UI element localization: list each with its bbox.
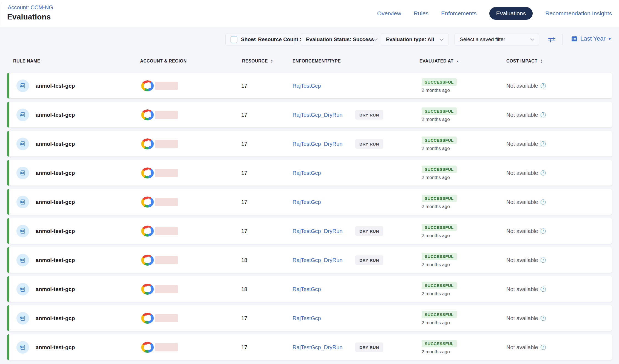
info-icon[interactable]: i (541, 112, 546, 117)
cost-impact-cell: Not available i (506, 112, 546, 118)
gcp-cloud-icon (141, 109, 154, 120)
saved-filter-dropdown[interactable]: Select a saved filter (455, 33, 539, 46)
page-title: Evaluations (7, 13, 51, 21)
account-id-redacted-block (155, 343, 178, 351)
tab-evaluations[interactable]: Evaluations (489, 7, 533, 20)
cost-impact-cell: Not available i (506, 170, 546, 176)
account-breadcrumb-link[interactable]: Account: CCM-NG (8, 4, 53, 11)
date-range-selector[interactable]: Last Year ▾ (571, 35, 611, 42)
resource-count: 17 (241, 344, 247, 350)
account-id-redacted-block (155, 314, 178, 322)
column-enforcement-type: ENFORCEMENT/TYPE (293, 59, 343, 64)
info-icon[interactable]: i (541, 345, 546, 350)
account-id-redacted-block (155, 227, 178, 235)
enforcement-link[interactable]: RajTestGcp (293, 170, 321, 176)
info-icon[interactable]: i (541, 315, 546, 321)
info-icon[interactable]: i (541, 228, 546, 234)
page-header: Account: CCM-NG Evaluations Overview Rul… (0, 0, 619, 27)
column-account-region: ACCOUNT & REGION (140, 59, 189, 64)
row-success-status-bar (7, 334, 9, 360)
rule-name: anmol-test-gcp (36, 315, 75, 321)
cost-impact-value: Not available (506, 199, 538, 205)
dry-run-badge: DRY RUN (355, 139, 383, 149)
rule-icon (16, 225, 29, 237)
info-icon[interactable]: i (541, 170, 546, 175)
info-icon[interactable]: i (541, 199, 546, 204)
evaluation-type-dropdown[interactable]: Evaluation type: All (381, 33, 449, 46)
tab-rules[interactable]: Rules (414, 10, 428, 17)
table-row[interactable]: anmol-test-gcp 17 RajTestGcp_DryRun DRY … (7, 102, 612, 127)
table-row[interactable]: anmol-test-gcp 18 RajTestGcp_DryRun DRY … (7, 247, 612, 273)
enforcement-link[interactable]: RajTestGcp (293, 315, 321, 321)
cost-impact-cell: Not available i (506, 141, 546, 147)
rule-name: anmol-test-gcp (36, 257, 75, 263)
enforcement-link[interactable]: RajTestGcp (293, 199, 321, 205)
sort-asc-icon: ▲ (456, 60, 459, 62)
table-row[interactable]: anmol-test-gcp 17 RajTestGcp SUCCESSFUL … (7, 160, 612, 186)
table-header: RULE NAME ACCOUNT & REGION RESOURCE▲▼ EN… (0, 59, 619, 69)
evaluated-at-cell: SUCCESSFUL 2 months ago (422, 224, 457, 238)
enforcement-link[interactable]: RajTestGcp_DryRun (293, 257, 342, 263)
row-success-status-bar (7, 218, 9, 244)
resource-count-filter-chip[interactable]: Show: Resource Count > 0 (225, 33, 294, 46)
rule-icon (16, 138, 29, 150)
cost-impact-value: Not available (506, 83, 538, 89)
resource-count-checkbox[interactable] (231, 36, 237, 43)
enforcement-link[interactable]: RajTestGcp_DryRun (293, 141, 342, 147)
gcp-cloud-icon (141, 255, 154, 266)
tab-enforcements[interactable]: Enforcements (441, 10, 477, 17)
table-row[interactable]: anmol-test-gcp 18 RajTestGcp SUCCESSFUL … (7, 276, 612, 302)
enforcement-link[interactable]: RajTestGcp_DryRun (293, 228, 342, 234)
account-id-redacted-block (155, 82, 178, 90)
resource-count: 17 (241, 228, 247, 234)
left-edge-divider (1, 3, 1, 25)
evaluations-table-body: anmol-test-gcp 17 RajTestGcp SUCCESSFUL … (7, 73, 612, 360)
info-icon[interactable]: i (541, 141, 546, 146)
row-success-status-bar (7, 73, 9, 98)
rule-name: anmol-test-gcp (36, 170, 75, 176)
table-row[interactable]: anmol-test-gcp 17 RajTestGcp SUCCESSFUL … (7, 189, 612, 215)
evaluated-time: 2 months ago (422, 117, 450, 122)
sort-icon: ▲▼ (540, 59, 543, 63)
filter-settings-button[interactable] (547, 35, 556, 44)
row-success-status-bar (7, 160, 9, 186)
rule-name: anmol-test-gcp (36, 141, 75, 147)
sliders-icon (547, 36, 556, 43)
info-icon[interactable]: i (541, 257, 546, 263)
cost-impact-value: Not available (506, 315, 538, 321)
saved-filter-placeholder: Select a saved filter (460, 36, 505, 42)
tab-overview[interactable]: Overview (377, 10, 401, 17)
resource-count: 17 (241, 112, 247, 118)
table-row[interactable]: anmol-test-gcp 17 RajTestGcp_DryRun DRY … (7, 218, 612, 244)
evaluated-at-cell: SUCCESSFUL 2 months ago (422, 253, 457, 268)
enforcement-link[interactable]: RajTestGcp_DryRun (293, 344, 342, 350)
gcp-cloud-icon (141, 313, 154, 324)
table-row[interactable]: anmol-test-gcp 17 RajTestGcp_DryRun DRY … (7, 131, 612, 157)
column-evaluated-at[interactable]: EVALUATED AT▲ (419, 59, 459, 64)
rule-name: anmol-test-gcp (36, 199, 75, 205)
table-row[interactable]: anmol-test-gcp 17 RajTestGcp_DryRun DRY … (7, 334, 612, 360)
rule-icon (16, 109, 29, 121)
row-success-status-bar (7, 102, 9, 127)
gcp-cloud-icon (141, 197, 154, 207)
chevron-down-icon (530, 38, 534, 41)
tab-recommendation-insights[interactable]: Recommendation Insights (545, 10, 612, 17)
column-cost-impact[interactable]: COST IMPACT▲▼ (506, 59, 543, 64)
evaluation-status-dropdown[interactable]: Evaluation Status: Success (301, 33, 374, 46)
evaluations-page: Account: CCM-NG Evaluations Overview Rul… (0, 0, 619, 364)
table-row[interactable]: anmol-test-gcp 17 RajTestGcp SUCCESSFUL … (7, 305, 612, 331)
cost-impact-cell: Not available i (506, 199, 546, 205)
column-resource[interactable]: RESOURCE▲▼ (242, 59, 273, 64)
cost-impact-cell: Not available i (506, 344, 546, 350)
date-range-label: Last Year (580, 35, 606, 42)
enforcement-link[interactable]: RajTestGcp (293, 83, 321, 89)
enforcement-link[interactable]: RajTestGcp_DryRun (293, 112, 342, 118)
info-icon[interactable]: i (541, 286, 546, 292)
info-icon[interactable]: i (541, 83, 546, 88)
enforcement-link[interactable]: RajTestGcp (293, 286, 321, 292)
gcp-cloud-icon (141, 80, 154, 91)
evaluated-time: 2 months ago (422, 146, 450, 151)
rule-icon (16, 254, 29, 266)
table-row[interactable]: anmol-test-gcp 17 RajTestGcp SUCCESSFUL … (7, 73, 612, 98)
evaluated-at-cell: SUCCESSFUL 2 months ago (422, 136, 457, 151)
